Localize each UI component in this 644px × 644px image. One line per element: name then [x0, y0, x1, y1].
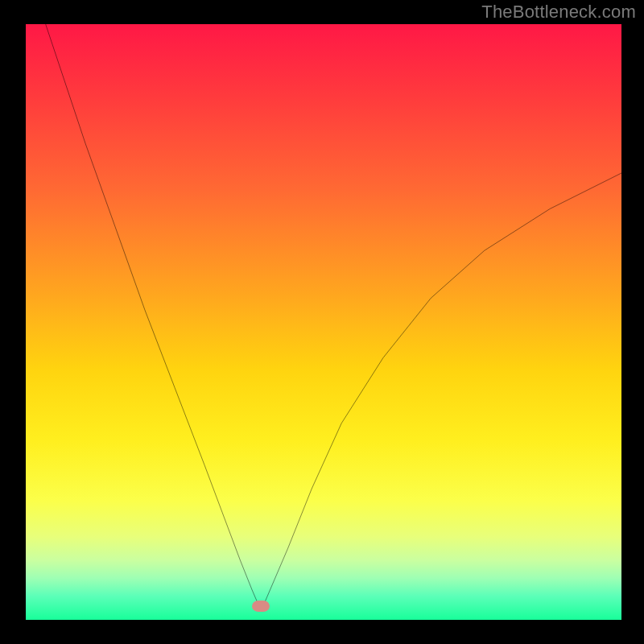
bottleneck-curve — [26, 24, 621, 611]
curve-svg — [26, 24, 621, 620]
plot-area — [26, 24, 621, 620]
chart-frame: TheBottleneck.com — [0, 0, 644, 644]
optimal-marker — [252, 601, 270, 612]
watermark-text: TheBottleneck.com — [481, 2, 636, 23]
